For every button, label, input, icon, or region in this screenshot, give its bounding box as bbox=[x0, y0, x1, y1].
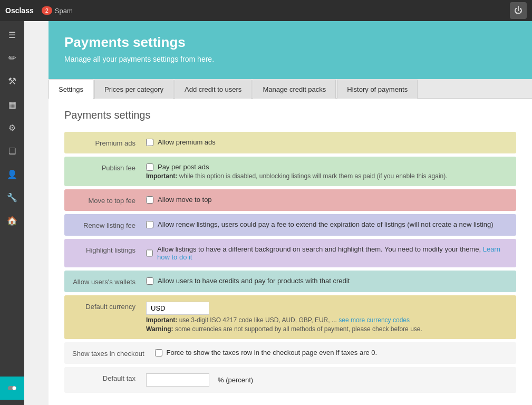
publish-fee-label: Publish fee bbox=[72, 163, 146, 172]
default-currency-important-bold: Important: bbox=[146, 316, 177, 324]
hero-title: Payments settings bbox=[64, 34, 516, 51]
default-currency-field-line bbox=[146, 302, 508, 315]
brand-name: Osclass bbox=[5, 6, 34, 15]
show-taxes-field: Force to show the taxes row in the check… bbox=[155, 349, 508, 356]
highlight-listings-field: Allow listings to have a different backg… bbox=[146, 245, 508, 261]
publish-fee-important-text: while this option is disabled, unblockin… bbox=[177, 172, 447, 180]
highlight-listings-field-line: Allow listings to have a different backg… bbox=[146, 245, 508, 261]
default-currency-row: Default currency Important: use 3-digit … bbox=[64, 295, 516, 339]
hero-section: Payments settings Manage all your paymen… bbox=[49, 21, 532, 79]
premium-ads-field: Allow premium ads bbox=[146, 138, 508, 146]
content-area: Payments settings Premium ads Allow prem… bbox=[49, 99, 532, 405]
allow-wallets-checkbox[interactable] bbox=[146, 277, 153, 285]
svg-point-1 bbox=[13, 387, 16, 390]
publish-fee-important-bold: Important: bbox=[146, 172, 177, 180]
premium-ads-label: Premium ads bbox=[72, 138, 146, 147]
sidebar-settings-icon[interactable]: ⚙ bbox=[0, 116, 24, 139]
default-tax-field: % (percent) bbox=[146, 373, 508, 387]
default-tax-input[interactable] bbox=[146, 373, 209, 387]
spam-label: Spam bbox=[55, 7, 73, 15]
allow-wallets-label: Allow users's wallets bbox=[72, 277, 146, 286]
sidebar-tools-icon[interactable]: ⚒ bbox=[0, 70, 24, 93]
renew-listing-label: Renew listing fee bbox=[72, 220, 146, 229]
main-wrapper: Payments settings Manage all your paymen… bbox=[49, 21, 532, 405]
move-to-top-field-line: Allow move to top bbox=[146, 196, 508, 204]
sidebar-store-icon[interactable]: 🏠 bbox=[0, 209, 24, 232]
tabs-bar: Settings Prices per category Add credit … bbox=[49, 79, 532, 99]
sidebar-page-icon[interactable]: ❏ bbox=[0, 139, 24, 162]
default-tax-suffix: % (percent) bbox=[218, 376, 253, 384]
default-currency-label: Default currency bbox=[72, 302, 146, 311]
highlight-listings-row: Highlight listings Allow listings to hav… bbox=[64, 239, 516, 267]
default-currency-warning-text: some currencies are not supported by all… bbox=[173, 325, 422, 333]
publish-fee-important: Important: while this option is disabled… bbox=[146, 172, 508, 180]
tab-settings[interactable]: Settings bbox=[49, 80, 93, 99]
power-button[interactable]: ⏻ bbox=[510, 2, 527, 19]
tab-prices-per-category[interactable]: Prices per category bbox=[94, 80, 173, 99]
move-to-top-row: Move to top fee Allow move to top bbox=[64, 189, 516, 211]
publish-fee-field: Pay per post ads Important: while this o… bbox=[146, 163, 508, 180]
highlight-listings-label: Highlight listings bbox=[72, 245, 146, 254]
premium-ads-row: Premium ads Allow premium ads bbox=[64, 132, 516, 153]
default-currency-important: Important: use 3-digit ISO 4217 code lik… bbox=[146, 316, 508, 324]
move-to-top-checkbox[interactable] bbox=[146, 196, 153, 204]
renew-listing-checkbox-label: Allow renew listings, users could pay a … bbox=[158, 220, 494, 228]
renew-listing-field: Allow renew listings, users could pay a … bbox=[146, 220, 508, 228]
show-taxes-label: Show taxes in checkout bbox=[72, 349, 155, 358]
premium-ads-checkbox[interactable] bbox=[146, 139, 153, 146]
default-currency-input[interactable] bbox=[146, 302, 209, 315]
default-tax-field-line: % (percent) bbox=[146, 373, 508, 387]
move-to-top-label: Move to top fee bbox=[72, 196, 146, 205]
toggle-svg bbox=[7, 383, 17, 393]
show-taxes-row: Show taxes in checkout Force to show the… bbox=[64, 342, 516, 364]
allow-wallets-field-line: Allow users to have credits and pay for … bbox=[146, 277, 508, 285]
tab-manage-credit-packs[interactable]: Manage credit packs bbox=[253, 80, 336, 99]
show-taxes-field-line: Force to show the taxes row in the check… bbox=[155, 349, 508, 356]
move-to-top-checkbox-label: Allow move to top bbox=[158, 196, 212, 204]
renew-listing-checkbox[interactable] bbox=[146, 221, 153, 228]
sidebar-list-icon[interactable]: ☰ bbox=[0, 23, 24, 46]
tab-add-credit-to-users[interactable]: Add credit to users bbox=[175, 80, 252, 99]
renew-listing-row: Renew listing fee Allow renew listings, … bbox=[64, 214, 516, 236]
sidebar-toggle-icon[interactable] bbox=[0, 377, 24, 400]
allow-wallets-checkbox-label: Allow users to have credits and pay for … bbox=[158, 277, 350, 285]
show-taxes-checkbox[interactable] bbox=[155, 349, 162, 356]
spam-count: 2 bbox=[42, 6, 52, 15]
publish-fee-row: Publish fee Pay per post ads Important: … bbox=[64, 157, 516, 186]
premium-ads-checkbox-label: Allow premium ads bbox=[158, 138, 216, 146]
tab-history-of-payments[interactable]: History of payments bbox=[337, 80, 418, 99]
sidebar: ⌂ ☰ ✏ ⚒ ▦ ⚙ ❏ 👤 🔧 🏠 bbox=[0, 0, 24, 405]
highlight-listings-checkbox-label: Allow listings to have a different backg… bbox=[157, 245, 508, 261]
sidebar-wrench-icon[interactable]: 🔧 bbox=[0, 186, 24, 209]
highlight-listings-checkbox[interactable] bbox=[146, 249, 153, 257]
sidebar-user-icon[interactable]: 👤 bbox=[0, 162, 24, 186]
show-taxes-checkbox-label: Force to show the taxes row in the check… bbox=[167, 349, 378, 356]
default-currency-important-text: use 3-digit ISO 4217 code like USD, AUD,… bbox=[177, 316, 337, 324]
default-currency-field: Important: use 3-digit ISO 4217 code lik… bbox=[146, 302, 508, 333]
default-tax-label: Default tax bbox=[72, 373, 146, 382]
default-currency-warning: Warning: some currencies are not support… bbox=[146, 325, 508, 333]
topbar: Osclass 2 Spam ⏻ bbox=[0, 0, 532, 21]
page-title: Payments settings bbox=[64, 109, 516, 121]
default-tax-row: Default tax % (percent) bbox=[64, 367, 516, 393]
sidebar-chart-icon[interactable]: ▦ bbox=[0, 93, 24, 116]
default-currency-warning-bold: Warning: bbox=[146, 325, 173, 333]
renew-listing-field-line: Allow renew listings, users could pay a … bbox=[146, 220, 508, 228]
currency-codes-link[interactable]: see more currency codes bbox=[338, 316, 410, 324]
publish-fee-checkbox[interactable] bbox=[146, 163, 153, 171]
allow-wallets-row: Allow users's wallets Allow users to hav… bbox=[64, 271, 516, 292]
sidebar-edit-icon[interactable]: ✏ bbox=[0, 46, 24, 70]
allow-wallets-field: Allow users to have credits and pay for … bbox=[146, 277, 508, 285]
premium-ads-field-line: Allow premium ads bbox=[146, 138, 508, 146]
move-to-top-field: Allow move to top bbox=[146, 196, 508, 204]
publish-fee-checkbox-label: Pay per post ads bbox=[158, 163, 209, 171]
hero-subtitle: Manage all your payments settings from h… bbox=[64, 55, 516, 63]
publish-fee-field-line: Pay per post ads bbox=[146, 163, 508, 171]
